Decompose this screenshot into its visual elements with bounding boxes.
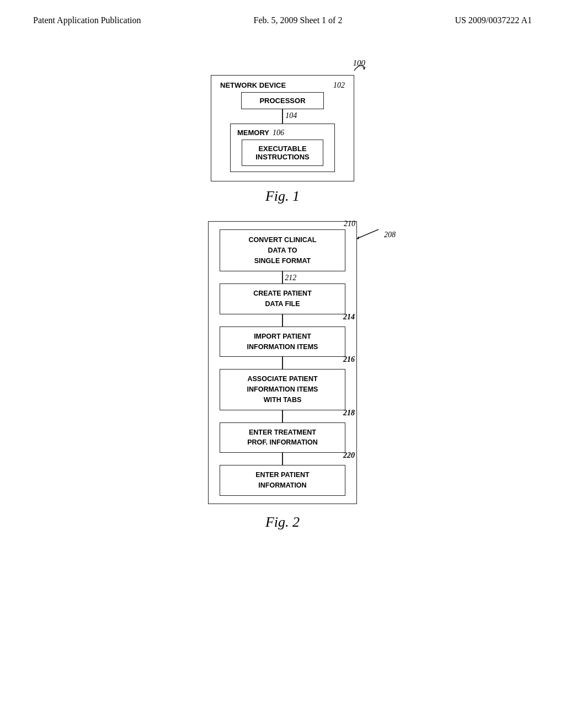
associate-patient-box: ASSOCIATE PATIENT INFORMATION ITEMS WITH… [220,369,345,410]
import-patient-box: IMPORT PATIENT INFORMATION ITEMS 216 [220,326,345,357]
ref100-arrow [332,60,376,76]
header-center: Feb. 5, 2009 Sheet 1 of 2 [254,15,343,25]
ref-104: 104 [285,111,297,120]
main-content: 100 NETWORK DEVICE 102 PROCESSOR [0,31,565,553]
ref-212: 212 [285,274,296,282]
enter-treatment-box: ENTER TREATMENT PROF. INFORMATION 220 [220,422,345,453]
fig2-area: 208 210 CONVERT CLINICAL DATA TO SINGLE … [156,221,409,531]
fig2-label: Fig. 2 [156,514,409,531]
ref-106: 106 [273,129,284,137]
fig1-area: 100 NETWORK DEVICE 102 PROCESSOR [167,58,398,205]
network-device-label: NETWORK DEVICE [220,81,286,89]
ref-218: 218 [343,407,355,419]
fig2-outer-box: 210 CONVERT CLINICAL DATA TO SINGLE FORM… [208,221,357,504]
header-left: Patent Application Publication [33,15,141,25]
memory-outer-box: MEMORY 106 EXECUTABLE INSTRUCTIONS [230,124,335,172]
ref-102: 102 [333,81,345,90]
svg-line-1 [356,229,379,239]
ref-210: 210 [344,220,355,228]
ref-216: 216 [343,354,355,365]
ref-220: 220 [343,449,355,461]
memory-label: MEMORY [237,129,269,137]
executable-box: EXECUTABLE INSTRUCTIONS [242,140,323,166]
enter-patient-box: ENTER PATIENT INFORMATION [220,465,345,496]
convert-clinical-box: CONVERT CLINICAL DATA TO SINGLE FORMAT [220,229,345,271]
page-header: Patent Application Publication Feb. 5, 2… [0,0,565,31]
ref-208: 208 [384,231,396,239]
header-right: US 2009/0037222 A1 [455,15,532,25]
processor-box: PROCESSOR [241,92,324,109]
ref-208-area: 208 [351,227,396,243]
create-patient-box: CREATE PATIENT DATA FILE 214 [220,283,345,314]
fig1-label: Fig. 1 [167,188,398,205]
ref-214: 214 [343,311,355,323]
